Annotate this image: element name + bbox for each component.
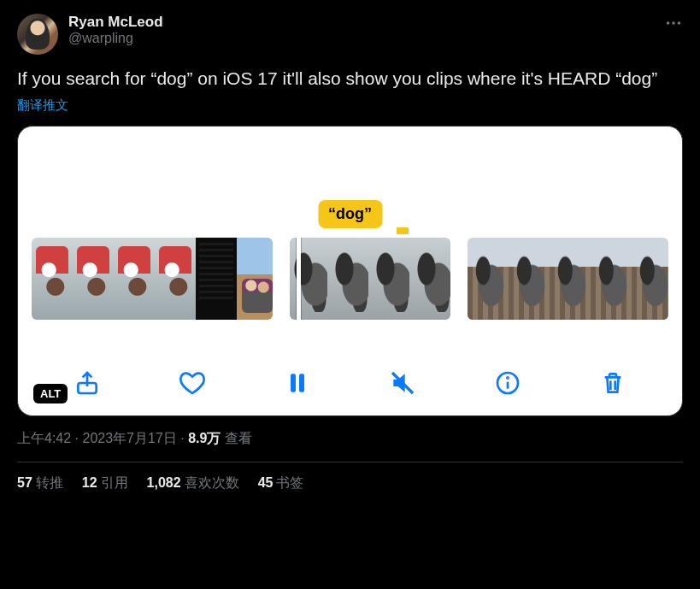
clip-group[interactable] bbox=[290, 238, 450, 320]
clip-frame bbox=[550, 238, 591, 320]
stat-quotes[interactable]: 12引用 bbox=[82, 474, 128, 492]
clip-frame bbox=[509, 238, 550, 320]
author-names[interactable]: Ryan McLeod @warpling bbox=[68, 14, 163, 46]
meta-date[interactable]: 2023年7月17日 bbox=[82, 431, 176, 445]
tweet-text: If you search for “dog” on iOS 17 it'll … bbox=[17, 67, 683, 91]
clip-frame bbox=[468, 238, 509, 320]
clip-frame bbox=[372, 238, 413, 320]
media-toolbar bbox=[18, 356, 682, 407]
translate-link[interactable]: 翻译推文 bbox=[17, 97, 683, 114]
clip-frame bbox=[413, 238, 450, 320]
tweet-header: Ryan McLeod @warpling bbox=[17, 14, 683, 55]
tweet-container: Ryan McLeod @warpling If you search for … bbox=[0, 0, 700, 492]
clip-frame bbox=[73, 238, 114, 320]
playhead[interactable] bbox=[297, 238, 301, 320]
clip-frame bbox=[196, 238, 237, 320]
tweet-stats: 57转推 12引用 1,082喜欢次数 45书签 bbox=[17, 462, 683, 492]
clip-frame bbox=[237, 238, 273, 320]
clip-frame bbox=[331, 238, 372, 320]
share-icon[interactable] bbox=[70, 366, 104, 400]
video-timeline[interactable] bbox=[18, 238, 682, 320]
tweet-meta: 上午4:42 · 2023年7月17日 · 8.9万 查看 bbox=[17, 430, 683, 448]
clip-group[interactable] bbox=[468, 238, 668, 320]
mute-icon[interactable] bbox=[385, 366, 420, 400]
meta-views-count: 8.9万 bbox=[188, 431, 221, 445]
heart-icon[interactable] bbox=[175, 366, 209, 400]
svg-point-0 bbox=[667, 21, 670, 25]
search-term-badge: “dog” bbox=[318, 200, 382, 228]
display-name: Ryan McLeod bbox=[68, 14, 163, 31]
avatar[interactable] bbox=[17, 14, 58, 55]
badge-tick bbox=[397, 227, 409, 234]
trash-icon[interactable] bbox=[596, 366, 630, 400]
handle: @warpling bbox=[68, 31, 163, 46]
pause-icon[interactable] bbox=[280, 366, 315, 400]
svg-point-9 bbox=[507, 378, 508, 379]
meta-time[interactable]: 上午4:42 bbox=[17, 431, 71, 445]
stat-bookmarks[interactable]: 45书签 bbox=[258, 474, 304, 492]
stat-retweets[interactable]: 57转推 bbox=[17, 474, 63, 492]
alt-badge[interactable]: ALT bbox=[33, 384, 68, 403]
svg-rect-5 bbox=[299, 374, 304, 392]
clip-frame bbox=[591, 238, 632, 320]
clip-frame bbox=[632, 238, 668, 320]
svg-point-1 bbox=[672, 21, 675, 25]
clip-frame bbox=[32, 238, 73, 320]
clip-group[interactable] bbox=[32, 238, 273, 320]
clip-frame bbox=[155, 238, 196, 320]
more-icon[interactable] bbox=[664, 14, 683, 37]
meta-views-label: 查看 bbox=[221, 431, 251, 445]
stat-likes[interactable]: 1,082喜欢次数 bbox=[147, 474, 239, 492]
svg-rect-4 bbox=[291, 374, 296, 392]
info-icon[interactable] bbox=[491, 366, 525, 400]
clip-frame bbox=[114, 238, 155, 320]
media-card[interactable]: “dog” bbox=[17, 126, 683, 416]
svg-point-2 bbox=[678, 21, 681, 25]
